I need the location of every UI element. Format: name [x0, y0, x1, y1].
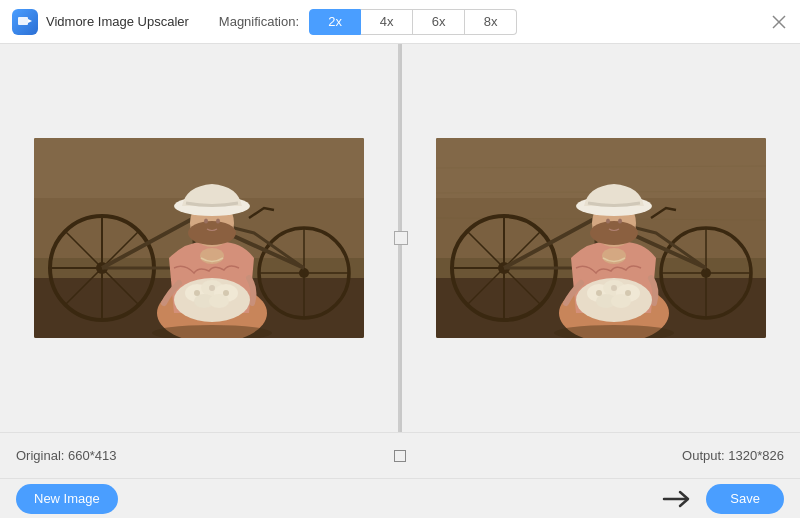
output-image-svg [436, 138, 766, 338]
svg-point-24 [209, 294, 229, 308]
content-wrapper: Original: 660*413 Output: 1320*826 New I… [0, 44, 800, 518]
divider-handle [394, 231, 408, 245]
svg-point-66 [618, 219, 622, 224]
svg-point-60 [611, 285, 617, 291]
save-button[interactable]: Save [706, 484, 784, 514]
bottom-bar: New Image Save [0, 478, 800, 518]
export-arrow-icon [662, 488, 694, 510]
svg-point-59 [596, 290, 602, 296]
magnification-buttons: 2x 4x 6x 8x [309, 9, 517, 35]
svg-point-31 [204, 219, 208, 224]
mag-btn-2x[interactable]: 2x [309, 9, 361, 35]
svg-point-32 [216, 219, 220, 224]
svg-point-61 [625, 290, 631, 296]
app-logo-icon [17, 14, 33, 30]
svg-point-26 [209, 285, 215, 291]
original-image [34, 138, 364, 338]
close-button[interactable] [770, 13, 788, 31]
output-size-label: Output: 1320*826 [410, 448, 784, 463]
arrow-right-svg [662, 488, 694, 510]
info-bar: Original: 660*413 Output: 1320*826 [0, 432, 800, 478]
mag-btn-8x[interactable]: 8x [465, 9, 517, 35]
svg-point-30 [188, 221, 236, 245]
app-logo [12, 9, 38, 35]
panels-wrapper [0, 44, 800, 432]
svg-marker-1 [28, 19, 32, 23]
output-panel [402, 44, 800, 432]
original-panel [0, 44, 400, 432]
magnification-label: Magnification: [219, 14, 299, 29]
close-icon [772, 15, 786, 29]
app-title: Vidmore Image Upscaler [46, 14, 189, 29]
svg-rect-0 [18, 17, 28, 25]
mag-btn-4x[interactable]: 4x [361, 9, 413, 35]
center-square [394, 450, 406, 462]
svg-point-27 [223, 290, 229, 296]
panel-divider [400, 44, 402, 432]
svg-point-64 [590, 221, 638, 245]
svg-point-65 [606, 219, 610, 224]
svg-point-58 [611, 294, 631, 308]
original-size-label: Original: 660*413 [16, 448, 390, 463]
original-image-svg [34, 138, 364, 338]
title-bar: Vidmore Image Upscaler Magnification: 2x… [0, 0, 800, 44]
svg-point-25 [194, 290, 200, 296]
output-image [436, 138, 766, 338]
mag-btn-6x[interactable]: 6x [413, 9, 465, 35]
new-image-button[interactable]: New Image [16, 484, 118, 514]
divider-center-icon [390, 450, 410, 462]
